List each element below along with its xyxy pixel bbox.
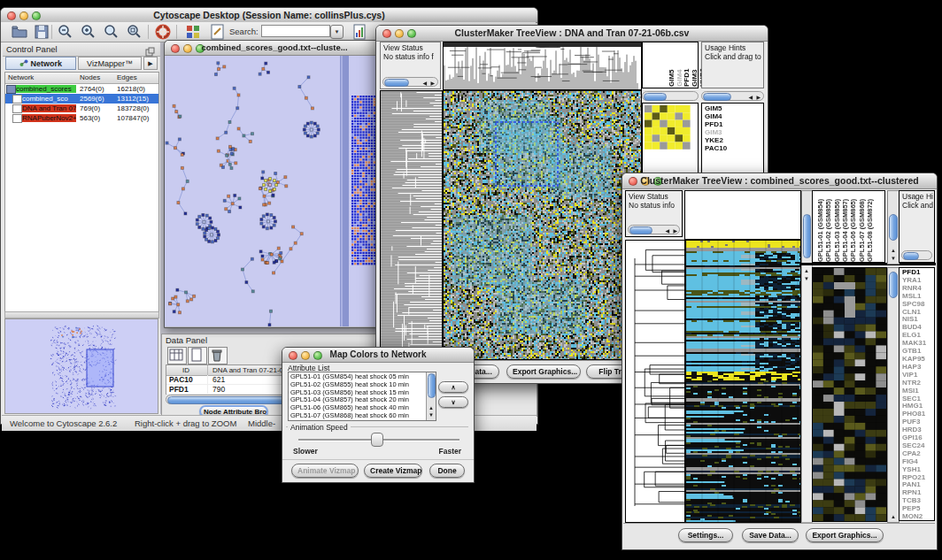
tv2-column-label: GPL51-04 (GSM857): [841, 199, 849, 262]
tv2-gene-label[interactable]: MON2: [902, 513, 926, 521]
dialog-title: Map Colors to Network: [282, 349, 474, 359]
treeview1-titlebar[interactable]: ClusterMaker TreeView : DNA and Tran 07-…: [376, 26, 768, 42]
network-edges: 107847(0): [117, 114, 149, 122]
tv2-button-settings[interactable]: Settings...: [678, 528, 733, 542]
network-name: RNAPuberNov2+|: [22, 114, 76, 122]
datapanel-newdoc-icon[interactable]: [188, 347, 207, 364]
network-edges: 16218(0): [117, 85, 145, 93]
network-name: DNA and Tran 07: [22, 104, 76, 112]
tv2-column-label: GPL51-08 (GSM872): [866, 199, 874, 262]
tv1-view-status-panel: View Status No status info f ◀▶: [380, 42, 441, 89]
network-overview-thumbnail[interactable]: [4, 318, 158, 414]
network-frame-titlebar[interactable]: combined_scores_good.txt--cluste...: [165, 41, 384, 56]
row-id: PFD1: [169, 385, 189, 394]
data-panel-title: Data Panel: [166, 335, 207, 345]
tv2-button-save-data[interactable]: Save Data...: [742, 528, 799, 542]
document-icon: [12, 95, 22, 104]
zoom-in-button[interactable]: [80, 23, 99, 42]
tv1-usage-scrollbar[interactable]: ◀▶: [701, 91, 764, 101]
dialog-button-done[interactable]: Done: [429, 464, 465, 478]
move-up-button[interactable]: ∧: [438, 381, 468, 393]
tab-vizmapper-label: VizMapper™: [87, 59, 133, 68]
tv1-row-dendrogram[interactable]: [380, 90, 443, 360]
tv1-heatmap[interactable]: [443, 90, 642, 360]
panel-splitter[interactable]: [4, 311, 159, 318]
tv1-column-label: GIM5: [668, 69, 676, 87]
row-value: 621: [212, 375, 225, 384]
dialog-titlebar[interactable]: Map Colors to Network: [282, 348, 474, 363]
network-tree-row[interactable]: combined_sco2569(6)13112(15): [5, 94, 158, 104]
slider-thumb[interactable]: [371, 433, 383, 447]
network-nodes: 2764(0): [80, 85, 104, 93]
network-nodes: 2569(6): [80, 95, 104, 103]
map-colors-dialog: Map Colors to Network Attribute List GPL…: [282, 347, 475, 483]
dialog-button-animate-vizmap[interactable]: Animate Vizmap: [291, 464, 359, 478]
network-tree-row[interactable]: DNA and Tran 07769(0)183728(0): [5, 104, 158, 113]
tv2-column-label: GPL51-06 (GSM865): [849, 199, 857, 262]
tv1-gene-label[interactable]: PAC10: [705, 145, 727, 153]
tv2-zoom-heatmap[interactable]: [812, 267, 887, 522]
control-panel-header: Control Panel: [3, 42, 160, 57]
tv2-divider: [801, 263, 936, 265]
zoom-fit-button[interactable]: [103, 23, 122, 42]
datapanel-trash-icon[interactable]: [208, 347, 228, 364]
animation-speed-group: Animation Speed Slower Faster: [286, 426, 468, 456]
zoom-selected-button[interactable]: [126, 23, 145, 42]
zoom-out-button[interactable]: [57, 23, 76, 42]
tab-network[interactable]: Network: [5, 57, 76, 70]
search-input[interactable]: [261, 25, 330, 37]
tv1-button-export-graphics[interactable]: Export Graphics...: [506, 364, 581, 379]
move-down-button[interactable]: ∨: [438, 396, 468, 408]
tv1-zoom-heatmap[interactable]: [645, 105, 691, 150]
tv1-column-labels-panel: GIM5GIM4PFD1GIM3YKE2PAC10: [642, 42, 699, 88]
open-file-button[interactable]: [11, 23, 30, 42]
network-view-frame: combined_scores_good.txt--cluste...: [164, 40, 385, 328]
animation-speed-label: Animation Speed: [288, 423, 351, 432]
tv2-row-dendrogram[interactable]: [625, 240, 685, 523]
tab-network-label: Network: [31, 59, 63, 68]
network-table-header: Network Nodes Edges: [5, 73, 158, 84]
tv2-usage-scrollbar[interactable]: [901, 250, 932, 260]
document-icon: [12, 114, 22, 123]
document-icon: [12, 104, 22, 113]
save-button[interactable]: [33, 23, 52, 42]
tv2-status-scrollbar[interactable]: ◀▶: [628, 225, 680, 234]
tv2-usage-hints-panel: Usage Hi Click and: [899, 190, 935, 263]
tv2-button-export-graphics[interactable]: Export Graphics...: [806, 528, 884, 542]
main-titlebar[interactable]: Cytoscape Desktop (Session Name: collins…: [1, 8, 537, 23]
tv2-view-status-panel: View Status No status info ◀▶: [625, 190, 683, 237]
folder-icon: [6, 85, 16, 94]
network-nodes: 769(0): [80, 104, 100, 112]
tv2-column-label: GPL51-02 (GSM855): [824, 199, 832, 262]
tv2-gene-list-panel: PFD1YRA1RNR4MSL1SPC98CLN1NIS1BUD4ELG1MAK…: [899, 267, 935, 521]
attribute-list-item[interactable]: GPL51-07 (GSM868) heat shock 60 min: [290, 412, 426, 420]
status-hint-pan: Middle-: [248, 418, 275, 428]
tv2-zoom-scrollbar-top[interactable]: ▲▼: [887, 190, 900, 265]
tv1-column-dendrogram[interactable]: [443, 42, 642, 90]
tv1-status-scrollbar[interactable]: ◀▶: [382, 77, 438, 87]
desktop: Cytoscape Desktop (Session Name: collins…: [0, 0, 942, 560]
status-hint-zoom: Right-click + drag to ZOOM: [135, 418, 236, 428]
dialog-button-row: Animate VizmapCreate VizmapDone: [282, 459, 474, 481]
datapanel-table-icon[interactable]: [167, 347, 187, 364]
attribute-listbox[interactable]: GPL51-01 (GSM854) heat shock 05 minGPL51…: [288, 372, 436, 421]
network-tree-row[interactable]: combined_scores2764(0)16218(0): [5, 84, 158, 94]
attribute-list-scrollbar[interactable]: ▲▼: [426, 372, 436, 420]
tv2-zoom-scrollbar[interactable]: ▲: [887, 267, 900, 523]
tv2-button-bar: Settings...Save Data...Export Graphics..…: [623, 523, 935, 548]
search-dropdown-button[interactable]: ▼: [330, 25, 344, 39]
tab-vizmapper[interactable]: VizMapper™: [78, 57, 142, 70]
tab-overflow-arrow[interactable]: ▶: [143, 57, 158, 70]
treeview2-title: ClusterMaker TreeView : combined_scores_…: [622, 175, 937, 186]
tv1-labels-scrollbar[interactable]: [642, 91, 699, 101]
main-window-title: Cytoscape Desktop (Session Name: collins…: [1, 10, 537, 20]
faster-label: Faster: [438, 447, 461, 456]
network-tree-row[interactable]: RNAPuberNov2+|563(0)107847(0): [5, 113, 158, 123]
dialog-button-create-vizmap[interactable]: Create Vizmap: [364, 464, 422, 478]
treeview2-titlebar[interactable]: ClusterMaker TreeView : combined_scores_…: [622, 173, 937, 189]
treeview1-title: ClusterMaker TreeView : DNA and Tran 07-…: [376, 27, 768, 38]
tv2-global-heatmap[interactable]: [685, 240, 801, 523]
network-canvas[interactable]: [165, 56, 382, 326]
network-name: combined_sco: [22, 95, 76, 103]
col-divider: [207, 375, 208, 384]
